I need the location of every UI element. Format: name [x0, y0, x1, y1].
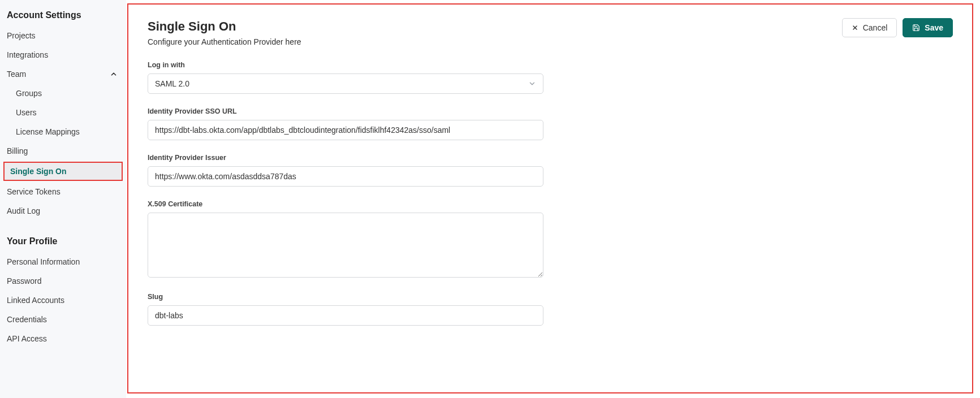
- field-label: X.509 Certificate: [148, 200, 543, 208]
- header-buttons: Cancel Save: [842, 18, 953, 37]
- save-icon: [912, 24, 920, 32]
- field-label: Slug: [148, 293, 543, 301]
- sidebar-item-label: Users: [16, 108, 37, 117]
- save-button[interactable]: Save: [903, 18, 953, 37]
- sidebar-item-label: Billing: [7, 146, 28, 155]
- page-subtitle: Configure your Authentication Provider h…: [148, 37, 301, 46]
- sidebar-item-credentials[interactable]: Credentials: [0, 310, 126, 329]
- main-content-highlight: Single Sign On Configure your Authentica…: [127, 3, 973, 393]
- sidebar: Account Settings Projects Integrations T…: [0, 0, 126, 398]
- sidebar-item-api-access[interactable]: API Access: [0, 329, 126, 348]
- your-profile-heading: Your Profile: [7, 236, 119, 246]
- chevron-up-icon: [109, 70, 118, 79]
- field-login-with: Log in with SAML 2.0: [148, 61, 543, 94]
- sidebar-item-audit-log[interactable]: Audit Log: [0, 201, 126, 220]
- login-with-select[interactable]: SAML 2.0: [148, 73, 543, 94]
- sidebar-item-license-mappings[interactable]: License Mappings: [0, 122, 126, 141]
- sidebar-item-linked-accounts[interactable]: Linked Accounts: [0, 291, 126, 310]
- account-settings-heading: Account Settings: [7, 10, 119, 20]
- field-label: Identity Provider SSO URL: [148, 107, 543, 115]
- sidebar-item-label: Password: [7, 276, 41, 285]
- sidebar-item-service-tokens[interactable]: Service Tokens: [0, 182, 126, 201]
- sidebar-item-label: Credentials: [7, 315, 47, 324]
- field-issuer: Identity Provider Issuer: [148, 154, 543, 187]
- sidebar-item-label: Projects: [7, 31, 36, 40]
- sidebar-item-label: Personal Information: [7, 257, 80, 266]
- sidebar-item-projects[interactable]: Projects: [0, 26, 126, 45]
- field-label: Identity Provider Issuer: [148, 154, 543, 162]
- sidebar-item-label: API Access: [7, 334, 47, 343]
- chevron-down-icon: [528, 80, 536, 88]
- field-certificate: X.509 Certificate: [148, 200, 543, 279]
- page-title: Single Sign On: [148, 19, 301, 34]
- sidebar-item-label: Service Tokens: [7, 187, 61, 196]
- sidebar-item-integrations[interactable]: Integrations: [0, 45, 126, 64]
- close-icon: [852, 24, 858, 31]
- cancel-button[interactable]: Cancel: [842, 18, 897, 37]
- field-slug: Slug: [148, 293, 543, 326]
- sso-url-input[interactable]: [148, 120, 543, 140]
- sidebar-item-label: Linked Accounts: [7, 296, 64, 305]
- main-area: Single Sign On Configure your Authentica…: [126, 0, 980, 398]
- sidebar-item-billing[interactable]: Billing: [0, 141, 126, 161]
- sidebar-item-label: Single Sign On: [10, 167, 67, 176]
- sidebar-item-label: Audit Log: [7, 206, 40, 215]
- certificate-textarea[interactable]: [148, 213, 543, 278]
- issuer-input[interactable]: [148, 166, 543, 187]
- field-sso-url: Identity Provider SSO URL: [148, 107, 543, 140]
- field-label: Log in with: [148, 61, 543, 69]
- sidebar-item-label: License Mappings: [16, 127, 80, 136]
- select-value: SAML 2.0: [155, 79, 189, 88]
- sidebar-item-groups[interactable]: Groups: [0, 84, 126, 103]
- button-label: Cancel: [863, 23, 888, 32]
- sidebar-item-single-sign-on[interactable]: Single Sign On: [3, 162, 123, 181]
- sidebar-item-label: Groups: [16, 89, 42, 98]
- sidebar-item-users[interactable]: Users: [0, 103, 126, 122]
- button-label: Save: [925, 23, 943, 32]
- sidebar-item-label: Team: [7, 70, 26, 79]
- slug-input[interactable]: [148, 305, 543, 326]
- sidebar-item-label: Integrations: [7, 50, 48, 59]
- sidebar-item-password[interactable]: Password: [0, 271, 126, 291]
- sidebar-item-personal-information[interactable]: Personal Information: [0, 252, 126, 271]
- sidebar-item-team[interactable]: Team: [0, 64, 126, 84]
